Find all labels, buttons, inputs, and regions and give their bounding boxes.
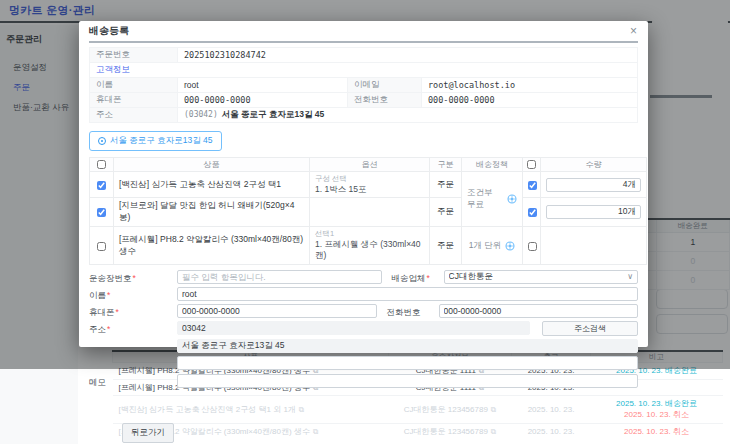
item-option-label: 선택1 [315, 229, 424, 239]
modal-title: 배송등록 [89, 24, 129, 38]
tracking-number-input[interactable] [177, 270, 382, 284]
order-item-row: [지브로와] 달달 맛집 한입 허니 왜배기(520g×4봉) 주문 [90, 198, 647, 227]
shipped-date: 2025. 10. 23. [512, 395, 591, 423]
delivery-registration-modal: 배송등록 × 주문번호 2025102310284742 고객정보 이름 roo… [79, 21, 648, 347]
address-line1-field [177, 339, 638, 353]
order-item-row: [백진삼] 심가득 고농축 산삼진액 2구성 택1 구성 선택 1. 1박스 1… [90, 172, 647, 198]
item-option-label: 구성 선택 [315, 174, 424, 184]
address-zip: (03042) [184, 110, 218, 119]
shipping-address-label: 주소* [89, 321, 177, 336]
back-button[interactable]: 뒤로가기 [122, 423, 174, 443]
copy-icon[interactable]: ⧉ [491, 405, 496, 414]
item-option-value: 1. 1박스 15포 [315, 184, 424, 195]
item-checkbox[interactable] [97, 242, 106, 251]
order-item-row: [프레시웰] PH8.2 약알칼리수 (330ml×40캔/80캔) 생수 선택… [90, 227, 647, 265]
mobile-value: 000-0000-0000 [178, 93, 348, 108]
item-checkbox[interactable] [97, 181, 106, 190]
shipping-form: 운송장번호* 배송업체* ∨ 이름* 휴대폰* 전화번호 주소* [89, 270, 638, 389]
order-no-label: 주문번호 [90, 48, 178, 63]
item-checkbox[interactable] [97, 208, 106, 217]
select-all-qty-checkbox[interactable] [527, 160, 536, 169]
tracking-number: CJ대한통운 123456789 [404, 427, 488, 436]
shipment-row: [프레시웰] PH8.2 약알칼리수 (330ml×40캔/80캔) 생수⧉ C… [113, 423, 723, 439]
select-all-checkbox[interactable] [97, 160, 106, 169]
address-label: 주소 [90, 108, 178, 123]
shipping-policy-icon[interactable] [507, 194, 517, 204]
mobile-label: 휴대폰 [90, 93, 178, 108]
copy-icon[interactable]: ⧉ [491, 427, 496, 436]
item-type: 주문 [430, 198, 462, 227]
memo-label: 메모 [89, 374, 177, 389]
courier-label: 배송업체* [382, 270, 444, 285]
col-policy: 배송정책 [462, 158, 523, 172]
item-type: 주문 [430, 172, 462, 198]
close-icon[interactable]: × [629, 25, 638, 37]
quantity-input[interactable] [546, 205, 641, 219]
address-search-button[interactable]: 주소검색 [542, 321, 638, 336]
location-icon [98, 137, 106, 145]
status-delivered: 2025. 10. 23. 배송완료 [597, 398, 717, 410]
col-type: 구분 [430, 158, 462, 172]
phone-value: 000-0000-0000 [422, 93, 638, 108]
tracking-number: CJ대한통운 123456789 [404, 405, 488, 414]
order-items-table: 상품 옵션 구분 배송정책 수량 [백진삼] 심가득 고농축 산삼진액 2구성 … [89, 157, 647, 265]
qty-checkbox[interactable] [528, 242, 537, 251]
item-option-value: 1. 프레시웰 생수 (330ml×40캔) [315, 239, 424, 262]
status-cancelled: 2025. 10. 23. 취소 [597, 426, 717, 438]
col-qty: 수량 [541, 158, 647, 172]
recipient-phone-input[interactable] [439, 304, 639, 318]
phone-label: 전화번호 [348, 93, 422, 108]
address-chip-label: 서울 종로구 효자로13길 45 [110, 135, 213, 147]
tracking-label: 운송장번호* [89, 270, 177, 285]
address-chip-button[interactable]: 서울 종로구 효자로13길 45 [89, 131, 222, 151]
status-cancelled: 2025. 10. 23. 취소 [597, 409, 717, 421]
recipient-mobile-input[interactable] [177, 304, 377, 318]
courier-select[interactable] [444, 270, 639, 284]
recipient-name-input[interactable] [177, 287, 638, 301]
zip-code-field [177, 321, 530, 335]
col-option: 옵션 [310, 158, 430, 172]
copy-icon[interactable]: ⧉ [299, 405, 304, 414]
shipment-row: [백진삼] 심가득 고농축 산삼진액 2구성 택1 외 1개⧉ CJ대한통운 1… [113, 395, 723, 423]
copy-icon[interactable]: ⧉ [313, 427, 318, 436]
email-label: 이메일 [348, 78, 422, 93]
address-text: 서울 종로구 효자로13길 45 [222, 109, 325, 119]
customer-info-link[interactable]: 고객정보 [90, 63, 638, 78]
screen: 멍카트 운영·관리 주문관리 운영설정 주문 반품·교환 사유 배송중 배송완료… [0, 0, 730, 444]
order-no-value: 2025102310284742 [178, 48, 638, 63]
memo-input[interactable] [177, 374, 638, 388]
qty-checkbox[interactable] [528, 208, 537, 217]
customer-info-table: 주문번호 2025102310284742 고객정보 이름 root 이메일 r… [89, 47, 638, 123]
item-type: 주문 [430, 227, 462, 265]
email-value: root@localhost.io [422, 78, 638, 93]
item-policy: 조건부 무료 [467, 187, 503, 211]
address-value: (03042)서울 종로구 효자로13길 45 [178, 108, 638, 123]
recipient-name-label: 이름* [89, 287, 177, 302]
item-product: [프레시웰] PH8.2 약알칼리수 (330ml×40캔/80캔) 생수 [114, 227, 310, 265]
product-name: [백진삼] 심가득 고농축 산삼진액 2구성 택1 외 1개 [119, 405, 296, 414]
recipient-mobile-label: 휴대폰* [89, 304, 177, 319]
item-product: [백진삼] 심가득 고농축 산삼진액 2구성 택1 [114, 172, 310, 198]
shipping-policy-icon[interactable] [505, 241, 515, 251]
name-value: root [178, 78, 348, 93]
address-line2-input[interactable] [177, 356, 638, 370]
name-label: 이름 [90, 78, 178, 93]
modal-header: 배송등록 × [89, 21, 638, 43]
item-product: [지브로와] 달달 맛집 한입 허니 왜배기(520g×4봉) [114, 198, 310, 227]
col-product: 상품 [114, 158, 310, 172]
qty-checkbox[interactable] [528, 181, 537, 190]
quantity-input[interactable] [546, 178, 641, 192]
shipped-date: 2025. 10. 23. [512, 423, 591, 439]
item-policy: 1개 단위 [469, 240, 502, 252]
recipient-phone-label: 전화번호 [377, 304, 439, 319]
